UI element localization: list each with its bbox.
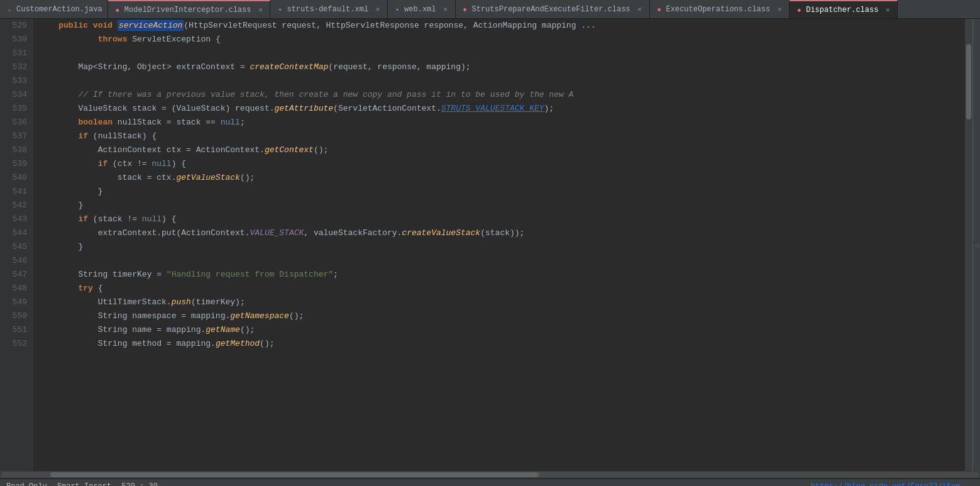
tab-close-icon[interactable]: ✕ bbox=[256, 6, 265, 14]
status-bar: Read-Only Smart Insert 529 : 30 https://… bbox=[0, 478, 980, 486]
line-number: 539 bbox=[5, 157, 27, 171]
code-line: // If there was a previous value stack, … bbox=[39, 88, 965, 102]
readonly-label: Read-Only bbox=[6, 482, 47, 487]
line-number: 535 bbox=[5, 102, 27, 116]
code-line: UtilTimerStack.push(timerKey); bbox=[39, 295, 965, 309]
line-number: 550 bbox=[5, 309, 27, 323]
insert-mode-status: Smart Insert bbox=[57, 482, 111, 487]
xml-icon: ✦ bbox=[275, 5, 284, 14]
code-line: String timerKey = "Handling request from… bbox=[39, 268, 965, 282]
tab-struts-default[interactable]: ✦ struts-default.xml ✕ bbox=[270, 0, 388, 19]
line-number: 540 bbox=[5, 171, 27, 185]
tab-dispatcher[interactable]: ◆ Dispatcher.class ✕ bbox=[790, 0, 898, 19]
code-line: String name = mapping.getName(); bbox=[39, 323, 965, 337]
line-number: 548 bbox=[5, 282, 27, 295]
line-number: 537 bbox=[5, 130, 27, 143]
readonly-status: Read-Only bbox=[6, 482, 47, 487]
class-icon: ◆ bbox=[795, 6, 803, 14]
class-icon: ◆ bbox=[113, 6, 122, 14]
code-line: if (stack != null) { bbox=[39, 213, 965, 226]
code-line: if (nullStack) { bbox=[39, 130, 965, 143]
line-number: 529 bbox=[5, 19, 27, 33]
code-line: String method = mapping.getMethod(); bbox=[39, 337, 965, 351]
h-scrollbar-thumb[interactable] bbox=[50, 472, 539, 477]
line-number: 531 bbox=[5, 47, 27, 60]
tab-bar: ☕ CustomerAction.java ◆ ModelDrivenInter… bbox=[0, 0, 980, 19]
code-line: } bbox=[39, 199, 965, 213]
code-line: throws ServletException { bbox=[39, 33, 965, 47]
line-number: 541 bbox=[5, 185, 27, 199]
vertical-scrollbar[interactable] bbox=[965, 19, 972, 471]
code-line bbox=[39, 254, 965, 268]
code-line bbox=[39, 47, 965, 60]
code-line: if (ctx != null) { bbox=[39, 157, 965, 171]
line-number: 542 bbox=[5, 199, 27, 213]
code-line: } bbox=[39, 240, 965, 254]
code-line: try { bbox=[39, 282, 965, 295]
tab-label: Dispatcher.class bbox=[806, 6, 878, 14]
line-number: 538 bbox=[5, 143, 27, 157]
editor-container: 5295305315325335345355365375385395405415… bbox=[0, 19, 980, 471]
code-line: Map<String, Object> extraContext = creat… bbox=[39, 60, 965, 74]
position-status: 529 : 30 bbox=[121, 482, 158, 487]
line-number: 549 bbox=[5, 295, 27, 309]
java-icon: ☕ bbox=[5, 5, 14, 14]
tab-close-icon[interactable]: ✕ bbox=[636, 5, 644, 14]
resize-handle[interactable] bbox=[972, 19, 980, 471]
position-label: 529 : 30 bbox=[121, 482, 158, 487]
line-number: 551 bbox=[5, 323, 27, 337]
code-line bbox=[39, 74, 965, 88]
code-line: ActionContext ctx = ActionContext.getCon… bbox=[39, 143, 965, 157]
tab-label: web.xml bbox=[404, 5, 436, 14]
line-number: 534 bbox=[5, 88, 27, 102]
h-scrollbar-track bbox=[1, 472, 979, 477]
line-number: 532 bbox=[5, 60, 27, 74]
tab-web-xml[interactable]: ✦ web.xml ✕ bbox=[388, 0, 455, 19]
scrollbar-thumb[interactable] bbox=[966, 44, 971, 119]
tab-close-icon[interactable]: ✕ bbox=[441, 5, 450, 14]
line-number: 547 bbox=[5, 268, 27, 282]
line-number: 536 bbox=[5, 116, 27, 130]
code-line: public void serviceAction(HttpServletReq… bbox=[39, 19, 965, 33]
tab-model-driven[interactable]: ◆ ModelDrivenInterceptor.class ✕ bbox=[108, 0, 271, 19]
tab-execute-ops[interactable]: ◆ ExecuteOperations.class ✕ bbox=[650, 0, 790, 19]
line-number: 546 bbox=[5, 254, 27, 268]
class-icon: ◆ bbox=[461, 5, 470, 14]
code-line: } bbox=[39, 185, 965, 199]
code-line: stack = ctx.getValueStack(); bbox=[39, 171, 965, 185]
line-number: 545 bbox=[5, 240, 27, 254]
line-number: 530 bbox=[5, 33, 27, 47]
tab-label: ExecuteOperations.class bbox=[666, 5, 771, 14]
tab-label: struts-default.xml bbox=[287, 5, 368, 14]
status-link[interactable]: https://blog.csdn.net/Fore22/item... bbox=[811, 482, 974, 487]
horizontal-scrollbar[interactable] bbox=[0, 471, 980, 478]
line-number: 543 bbox=[5, 213, 27, 226]
code-line: ValueStack stack = (ValueStack) request.… bbox=[39, 102, 965, 116]
code-line: boolean nullStack = stack == null; bbox=[39, 116, 965, 130]
code-line: extraContext.put(ActionContext.VALUE_STA… bbox=[39, 226, 965, 240]
class-icon: ◆ bbox=[655, 5, 664, 14]
code-area[interactable]: public void serviceAction(HttpServletReq… bbox=[33, 19, 965, 471]
tab-label: CustomerAction.java bbox=[16, 5, 102, 14]
tab-label: StrutsPrepareAndExecuteFilter.class bbox=[472, 5, 630, 14]
tab-customer-action[interactable]: ☕ CustomerAction.java bbox=[0, 0, 108, 19]
tab-close-icon[interactable]: ✕ bbox=[775, 5, 784, 14]
tab-close-icon[interactable]: ✕ bbox=[373, 5, 382, 14]
xml-icon: ✦ bbox=[393, 5, 402, 14]
tab-struts-prepare[interactable]: ◆ StrutsPrepareAndExecuteFilter.class ✕ bbox=[456, 0, 650, 19]
line-number: 544 bbox=[5, 226, 27, 240]
insert-mode-label: Smart Insert bbox=[57, 482, 111, 487]
line-numbers: 5295305315325335345355365375385395405415… bbox=[0, 19, 33, 471]
code-line: String namespace = mapping.getNamespace(… bbox=[39, 309, 965, 323]
tab-close-icon[interactable]: ✕ bbox=[883, 6, 892, 14]
line-number: 552 bbox=[5, 337, 27, 351]
line-number: 533 bbox=[5, 74, 27, 88]
status-right: https://blog.csdn.net/Fore22/item... bbox=[811, 482, 974, 487]
tab-label: ModelDrivenInterceptor.class bbox=[124, 6, 251, 14]
